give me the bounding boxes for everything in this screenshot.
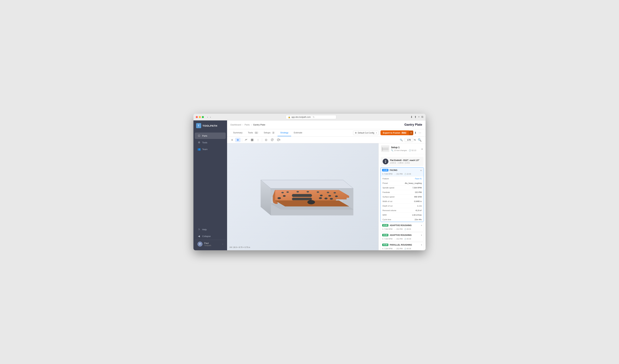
viewport[interactable]: 18.9 × 8.79 × 0.75 in xyxy=(227,143,379,250)
surface-speed-value: 990 SFM xyxy=(414,196,422,198)
feature-label: Feature xyxy=(382,178,389,180)
sidebar-item-collapse[interactable]: ◀ Collapse xyxy=(195,233,226,239)
feature-value[interactable]: Face #1 xyxy=(415,178,422,180)
download-button[interactable]: ⬇ xyxy=(413,130,418,135)
maximize-button[interactable] xyxy=(202,116,204,118)
config-select[interactable]: ⚙ Default Cut Config ▾ xyxy=(353,131,379,135)
op-3-rpm: ↻ 7,564 RPM xyxy=(382,238,393,240)
tool-changes-info: 🔧 13 tool changes xyxy=(391,149,407,152)
sidebar-item-tools[interactable]: ⚙ Tools xyxy=(195,139,226,146)
tab-tools[interactable]: Tools 11 xyxy=(245,129,261,136)
op-4-ipm: → 152 IPM xyxy=(394,248,403,250)
back-button[interactable]: ‹ xyxy=(207,115,209,119)
breadcrumb: Dashboard › Parts › Gantry Plate xyxy=(230,124,404,126)
svg-rect-2 xyxy=(251,140,252,141)
svg-point-20 xyxy=(320,195,323,196)
3d-part-view xyxy=(246,160,360,234)
dimensions-icon xyxy=(230,246,232,248)
rotate-more-button[interactable]: ▾ xyxy=(276,138,282,142)
move-tool-button[interactable] xyxy=(235,138,240,142)
operation-item-3: 3/149 ADAPTIVE ROUGHING ▾ ↻ 7,564 RPM xyxy=(380,232,424,241)
tab-strategy[interactable]: Strategy xyxy=(278,129,291,136)
op-2-badge: 2/149 xyxy=(382,224,388,226)
toolbar: ✛ ⋮ xyxy=(227,137,425,143)
op-3-time: 🕐 00:39 xyxy=(404,238,411,240)
circle-tool-button[interactable] xyxy=(263,138,269,142)
zoom-in-button[interactable]: 🔍 xyxy=(417,137,423,143)
minimize-button[interactable] xyxy=(199,116,201,118)
line-tool-button[interactable] xyxy=(243,138,249,142)
share-icon[interactable]: ⬆ xyxy=(414,115,417,119)
op-1-name: FACING xyxy=(390,169,419,171)
svg-point-27 xyxy=(278,197,281,199)
op-3-badge: 3/149 xyxy=(382,234,388,236)
setup-collapse-button[interactable]: ▲ xyxy=(421,147,423,150)
topbar: Dashboard › Parts › Gantry Plate Gantry … xyxy=(227,120,425,129)
sidebar-item-help[interactable]: ? Help xyxy=(195,226,226,233)
select-tool-button[interactable]: ✛ xyxy=(230,138,235,142)
more-tools-button[interactable]: ⋮ xyxy=(255,138,261,142)
forward-button[interactable]: › xyxy=(210,115,211,119)
cycle-time-value: 22m 44s xyxy=(415,219,422,221)
viewport-canvas xyxy=(227,143,379,250)
traffic-lights xyxy=(196,116,204,118)
svg-point-13 xyxy=(296,191,299,192)
operation-item-1: 1/149 FACING ▲ ↻ 7,564 RPM xyxy=(380,167,424,222)
sidebar-item-parts[interactable]: ⬡ Parts xyxy=(195,133,226,139)
svg-point-15 xyxy=(317,191,319,193)
breadcrumb-sep-2: › xyxy=(251,124,252,126)
setup-meta: 🔧 13 tool changes 🕐 52:13 xyxy=(391,149,419,152)
close-button[interactable] xyxy=(196,116,198,118)
tool-d-icon: ⊙ xyxy=(390,162,391,164)
tab-summary[interactable]: Summary xyxy=(230,129,245,136)
breadcrumb-dashboard[interactable]: Dashboard xyxy=(230,124,241,126)
svg-marker-8 xyxy=(261,180,353,188)
op-3-meta: ↻ 7,564 RPM → 152 IPM 🕐 00:39 xyxy=(380,238,424,241)
tool-icon xyxy=(383,159,388,164)
operation-item-2: 2/149 ADAPTIVE ROUGHING ▾ ↻ 7,564 RPM xyxy=(380,223,424,232)
download-icon[interactable]: ⬇ xyxy=(410,115,413,119)
op-1-header[interactable]: 1/149 FACING ▲ xyxy=(380,168,424,173)
reload-icon[interactable]: ↻ xyxy=(313,116,315,118)
tool-length-icon: | xyxy=(405,162,405,164)
more-options-button[interactable]: ⋯ xyxy=(418,130,422,135)
grid-tool-button[interactable] xyxy=(250,138,255,142)
tool-dimensions: ⊙ 0.5 in ↕ 1.55 in | 1.5 xyxy=(390,162,422,164)
breadcrumb-parts[interactable]: Parts xyxy=(245,124,250,126)
tool-info-card: Flat Endmill - D1/2", reach 1.5" ⊙ 0.5 i… xyxy=(381,157,423,166)
export-dropdown-button[interactable]: ▾ xyxy=(409,130,413,135)
titlebar-actions: ⬇ ⬆ + ⧉ xyxy=(410,115,423,119)
op-4-header[interactable]: 4/149 PARALLEL ROUGHING ▾ xyxy=(380,242,424,247)
op-2-time-icon: 🕐 xyxy=(404,228,406,230)
op-1-rpm: ↻ 7,564 RPM xyxy=(382,173,393,175)
zoom-input[interactable] xyxy=(405,138,413,142)
sidebar-item-team[interactable]: 👥 Team xyxy=(195,146,226,152)
tool-d-dim: ⊙ 0.5 in xyxy=(390,162,396,164)
url-bar[interactable]: 🔒 app-dev.toolpath.com ↻ xyxy=(286,115,336,119)
tool-details: Flat Endmill - D1/2", reach 1.5" ⊙ 0.5 i… xyxy=(390,159,422,164)
zoom-out-button[interactable]: 🔍 xyxy=(398,138,404,142)
mrr-label: MRR xyxy=(382,214,387,216)
windows-icon[interactable]: ⧉ xyxy=(421,115,423,119)
rotate-tool-button[interactable] xyxy=(269,138,275,142)
op-3-header[interactable]: 3/149 ADAPTIVE ROUGHING ▾ xyxy=(380,232,424,238)
export-main-button[interactable]: Export to Fusion Beta xyxy=(380,130,409,135)
user-profile[interactable]: P Paul Toolpath › xyxy=(195,240,226,248)
cycle-time-label: Cycle time xyxy=(382,219,391,221)
tab-estimate[interactable]: Estimate xyxy=(291,129,305,136)
svg-point-36 xyxy=(385,163,386,163)
svg-point-18 xyxy=(283,195,286,197)
op-2-meta: ↻ 7,564 RPM → 152 IPM 🕐 08:35 xyxy=(380,228,424,231)
op-4-time: 🕐 00:39 xyxy=(404,248,411,250)
op-2-header[interactable]: 2/149 ADAPTIVE ROUGHING ▾ xyxy=(380,223,424,228)
logo: T TOOLPATH xyxy=(194,120,227,131)
export-button-group: Export to Fusion Beta ▾ xyxy=(380,130,413,135)
dimensions-value: 18.9 × 8.79 × 0.75 in xyxy=(233,246,250,248)
add-tab-icon[interactable]: + xyxy=(418,115,420,119)
tab-setups[interactable]: Setups 2 xyxy=(261,129,278,136)
rpm-icon: ↻ xyxy=(382,173,383,175)
setup-thumbnail xyxy=(381,145,389,152)
svg-point-23 xyxy=(308,200,315,204)
svg-rect-3 xyxy=(252,140,253,141)
svg-point-22 xyxy=(335,196,338,197)
